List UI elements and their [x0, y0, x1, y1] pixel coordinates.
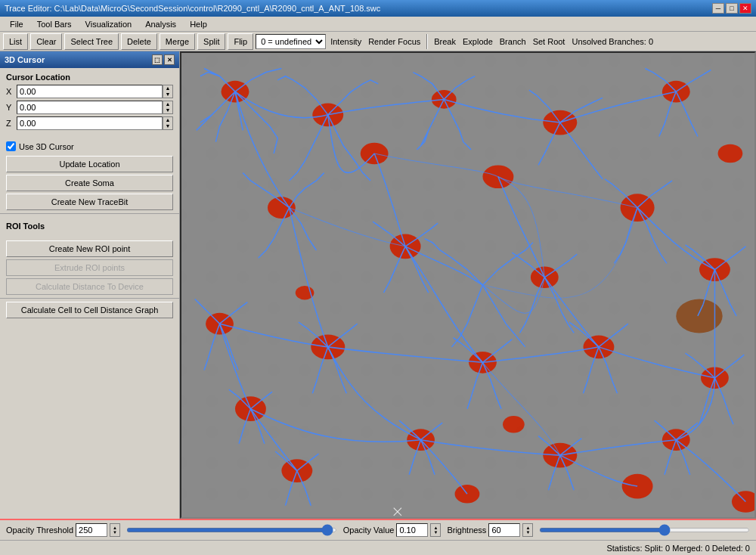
opacity-threshold-slider[interactable] — [126, 528, 337, 532]
y-label: Y — [6, 103, 17, 112]
create-new-tracebit-button[interactable]: Create New TraceBit — [6, 194, 173, 210]
opacity-threshold-group: Opacity Threshold ▲▼ — [6, 523, 120, 537]
flip-button[interactable]: Flip — [228, 33, 253, 50]
calculate-distance-button[interactable]: Calculate Distance To Device — [6, 278, 173, 295]
menu-bar: File Tool Bars Visualization Analysis He… — [0, 17, 756, 32]
neuron-visualization — [181, 53, 754, 517]
extrude-roi-points-button[interactable]: Extrude ROI points — [6, 259, 173, 276]
opacity-value-label: Opacity Value — [343, 526, 395, 535]
opacity-threshold-label: Opacity Threshold — [6, 526, 73, 535]
calculate-cell-graph-button[interactable]: Calculate Cell to Cell Distance Graph — [6, 302, 173, 318]
statistics-label: Statistics: Split: 0 Merged: 0 Deleted: … — [606, 544, 750, 553]
panel-float-button[interactable]: ⬚ — [152, 54, 163, 65]
brightness-slider[interactable] — [539, 528, 750, 532]
cursor-location-label: Cursor Location — [6, 73, 173, 82]
menu-analysis[interactable]: Analysis — [138, 17, 183, 31]
canvas-area[interactable] — [180, 51, 756, 519]
use-3d-cursor-row: Use 3D Cursor — [0, 141, 179, 151]
z-input[interactable] — [17, 116, 163, 130]
z-label: Z — [6, 119, 17, 128]
svg-point-31 — [361, 143, 389, 165]
type-dropdown[interactable]: 0 = undefined 1 = soma 2 = axon 3 = dend… — [256, 34, 326, 49]
create-roi-point-button[interactable]: Create New ROI point — [6, 240, 173, 257]
svg-point-28 — [455, 485, 480, 504]
x-label: X — [6, 87, 17, 96]
opacity-threshold-spinner[interactable]: ▲▼ — [110, 523, 120, 537]
toolbar: List Clear Select Tree Delete Merge Spli… — [0, 32, 756, 51]
opacity-threshold-input[interactable] — [76, 523, 107, 537]
intensity-label: Intensity — [328, 37, 364, 46]
y-input[interactable] — [17, 101, 163, 114]
opacity-value-group: Opacity Value ▲▼ — [343, 523, 442, 537]
menu-file[interactable]: File — [3, 17, 30, 31]
left-panel: 3D Cursor ⬚ ✕ Cursor Location X ▲▼ Y ▲▼ … — [0, 51, 180, 519]
opacity-value-input[interactable] — [396, 523, 428, 537]
divider-1 — [0, 213, 179, 214]
use-3d-cursor-checkbox[interactable] — [6, 141, 16, 151]
main-layout: 3D Cursor ⬚ ✕ Cursor Location X ▲▼ Y ▲▼ … — [0, 51, 756, 519]
select-tree-button[interactable]: Select Tree — [64, 33, 119, 50]
roi-tools-section: ROI Tools — [0, 217, 179, 238]
panel-header-controls: ⬚ ✕ — [152, 54, 175, 65]
svg-point-32 — [676, 299, 722, 333]
close-button[interactable]: ✕ — [739, 3, 751, 14]
roi-tools-label: ROI Tools — [6, 222, 173, 231]
minimize-button[interactable]: ─ — [712, 3, 724, 14]
unsolved-label: Unsolved Branches: 0 — [569, 37, 655, 46]
break-label: Break — [432, 37, 458, 46]
panel-title: 3D Cursor — [5, 55, 45, 64]
branch-label: Branch — [497, 37, 528, 46]
cursor-location-section: Cursor Location X ▲▼ Y ▲▼ Z ▲▼ — [0, 68, 179, 137]
y-spinner[interactable]: ▲▼ — [163, 101, 173, 114]
toolbar-separator — [426, 34, 428, 49]
brightness-label: Brightness — [447, 526, 486, 535]
opacity-value-spinner[interactable]: ▲▼ — [430, 523, 441, 537]
status-bar: Statistics: Split: 0 Merged: 0 Deleted: … — [0, 540, 756, 555]
bottom-bar: Opacity Threshold ▲▼ Opacity Value ▲▼ Br… — [0, 519, 756, 540]
menu-toolbars[interactable]: Tool Bars — [30, 17, 79, 31]
panel-header: 3D Cursor ⬚ ✕ — [0, 51, 179, 68]
window-controls: ─ □ ✕ — [712, 3, 751, 14]
menu-visualization[interactable]: Visualization — [79, 17, 139, 31]
render-focus-label: Render Focus — [366, 37, 423, 46]
panel-close-button[interactable]: ✕ — [164, 54, 175, 65]
svg-point-34 — [503, 416, 525, 433]
window-title: Trace Editor: C:\Lab\Data\MicroG\SecondS… — [5, 4, 380, 13]
z-field-row: Z ▲▼ — [6, 116, 173, 130]
maximize-button[interactable]: □ — [726, 3, 738, 14]
menu-help[interactable]: Help — [183, 17, 214, 31]
x-spinner[interactable]: ▲▼ — [163, 85, 173, 98]
brightness-spinner[interactable]: ▲▼ — [522, 523, 533, 537]
split-button[interactable]: Split — [197, 33, 225, 50]
title-bar: Trace Editor: C:\Lab\Data\MicroG\SecondS… — [0, 0, 756, 17]
create-soma-button[interactable]: Create Soma — [6, 175, 173, 191]
brightness-input[interactable] — [488, 523, 520, 537]
list-button[interactable]: List — [3, 33, 28, 50]
x-input[interactable] — [17, 85, 163, 98]
z-spinner[interactable]: ▲▼ — [163, 116, 173, 130]
y-field-row: Y ▲▼ — [6, 101, 173, 114]
brightness-group: Brightness ▲▼ — [447, 523, 533, 537]
merge-button[interactable]: Merge — [160, 33, 195, 50]
divider-2 — [0, 298, 179, 299]
clear-button[interactable]: Clear — [30, 33, 62, 50]
svg-point-33 — [296, 286, 314, 299]
delete-button[interactable]: Delete — [121, 33, 157, 50]
svg-point-11 — [718, 144, 743, 163]
use-3d-cursor-label: Use 3D Cursor — [19, 142, 74, 151]
x-field-row: X ▲▼ — [6, 85, 173, 98]
update-location-button[interactable]: Update Location — [6, 156, 173, 172]
set-root-label: Set Root — [531, 37, 568, 46]
explode-label: Explode — [460, 37, 495, 46]
